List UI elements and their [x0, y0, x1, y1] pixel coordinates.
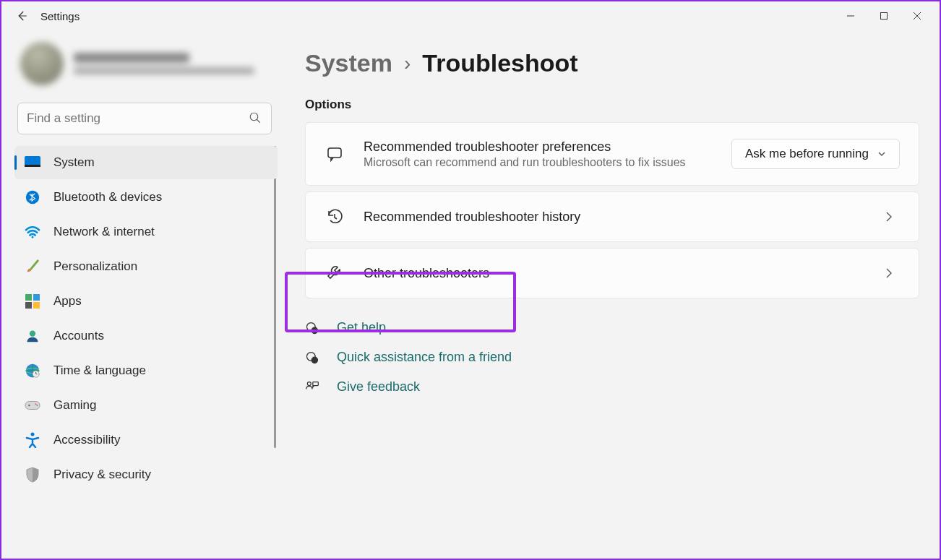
- section-title-options: Options: [305, 98, 919, 112]
- sidebar-item-accessibility[interactable]: Accessibility: [14, 423, 278, 457]
- svg-point-19: [31, 433, 35, 436]
- gamepad-icon: [25, 397, 40, 413]
- user-email: [74, 67, 254, 74]
- svg-point-6: [32, 236, 34, 238]
- sidebar-item-label: Time & language: [53, 363, 146, 378]
- sidebar-item-label: Network & internet: [53, 225, 155, 239]
- sidebar-item-label: System: [53, 155, 95, 170]
- chat-icon: [325, 145, 345, 163]
- shield-icon: [25, 467, 40, 483]
- person-icon: [25, 328, 40, 344]
- sidebar-item-privacy[interactable]: Privacy & security: [14, 458, 278, 491]
- link-text[interactable]: Quick assistance from a friend: [337, 350, 512, 365]
- maximize-button[interactable]: [867, 4, 901, 27]
- search-icon: [249, 111, 262, 124]
- svg-rect-7: [25, 294, 32, 301]
- sidebar-item-accounts[interactable]: Accounts: [14, 319, 278, 353]
- svg-point-18: [37, 405, 38, 406]
- link-text[interactable]: Give feedback: [337, 379, 420, 395]
- sidebar-item-label: Apps: [53, 294, 82, 309]
- sidebar-nav: System Bluetooth & devices Network & int…: [14, 146, 278, 491]
- chevron-right-icon: [885, 212, 900, 222]
- chevron-down-icon: [877, 150, 886, 158]
- search-box[interactable]: [17, 103, 272, 134]
- svg-point-27: [307, 382, 311, 385]
- assist-icon: ?: [305, 350, 321, 365]
- svg-rect-1: [881, 13, 888, 20]
- link-text[interactable]: Get help: [337, 320, 386, 335]
- bluetooth-icon: [25, 189, 40, 205]
- svg-rect-8: [33, 294, 40, 301]
- feedback-icon: [305, 380, 321, 395]
- avatar: [20, 42, 64, 85]
- help-links: ? Get help ? Quick assistance from a fri…: [305, 320, 919, 395]
- sidebar-item-apps[interactable]: Apps: [14, 285, 278, 318]
- sidebar-item-system[interactable]: System: [14, 146, 278, 179]
- svg-point-17: [35, 403, 37, 405]
- system-icon: [25, 155, 40, 171]
- link-get-help[interactable]: ? Get help: [305, 320, 919, 335]
- main-content: System › Troubleshoot Options Recommende…: [283, 30, 940, 559]
- card-title: Recommended troubleshooter preferences: [364, 139, 713, 155]
- card-troubleshooter-preferences: Recommended troubleshooter preferences M…: [305, 122, 919, 186]
- card-title: Other troubleshooters: [364, 266, 867, 281]
- window-title: Settings: [40, 10, 80, 22]
- svg-rect-10: [33, 302, 40, 309]
- card-other-troubleshooters[interactable]: Other troubleshooters: [305, 248, 919, 298]
- back-button[interactable]: [7, 1, 36, 30]
- sidebar-item-bluetooth[interactable]: Bluetooth & devices: [14, 181, 278, 214]
- sidebar-item-network[interactable]: Network & internet: [14, 215, 278, 249]
- sidebar-item-label: Gaming: [53, 398, 97, 413]
- close-button[interactable]: [901, 4, 934, 27]
- sidebar-item-time-language[interactable]: Time & language: [14, 354, 278, 387]
- card-subtitle: Microsoft can recommend and run troubles…: [364, 156, 703, 169]
- sidebar-item-label: Accounts: [53, 329, 104, 343]
- card-troubleshooter-history[interactable]: Recommended troubleshooter history: [305, 191, 919, 242]
- globe-icon: [25, 363, 40, 379]
- svg-rect-9: [25, 302, 32, 309]
- preferences-dropdown[interactable]: Ask me before running: [731, 139, 900, 169]
- svg-point-5: [26, 191, 39, 204]
- svg-rect-20: [328, 148, 341, 158]
- sidebar-item-label: Privacy & security: [53, 468, 151, 482]
- sidebar: System Bluetooth & devices Network & int…: [1, 30, 283, 559]
- svg-point-2: [250, 113, 258, 121]
- minimize-button[interactable]: [834, 4, 867, 27]
- sidebar-item-label: Accessibility: [53, 433, 121, 447]
- svg-rect-4: [25, 165, 40, 167]
- breadcrumb-parent[interactable]: System: [305, 49, 392, 77]
- svg-point-11: [30, 331, 35, 337]
- user-name: [74, 53, 189, 63]
- brush-icon: [25, 259, 40, 275]
- history-icon: [325, 208, 345, 225]
- sidebar-item-gaming[interactable]: Gaming: [14, 389, 278, 422]
- svg-point-16: [28, 405, 30, 406]
- search-input[interactable]: [17, 103, 272, 134]
- wrench-icon: [325, 264, 345, 282]
- svg-rect-28: [313, 382, 319, 385]
- link-give-feedback[interactable]: Give feedback: [305, 379, 919, 395]
- sidebar-item-label: Personalization: [53, 259, 137, 274]
- sidebar-item-label: Bluetooth & devices: [53, 190, 162, 204]
- wifi-icon: [25, 224, 40, 240]
- dropdown-value: Ask me before running: [745, 147, 869, 161]
- accessibility-icon: [25, 432, 40, 448]
- sidebar-item-personalization[interactable]: Personalization: [14, 250, 278, 283]
- help-icon: ?: [305, 321, 321, 335]
- link-quick-assist[interactable]: ? Quick assistance from a friend: [305, 350, 919, 365]
- titlebar: Settings: [1, 1, 940, 30]
- chevron-right-icon: ›: [404, 52, 411, 75]
- chevron-right-icon: [885, 268, 900, 278]
- breadcrumb: System › Troubleshoot: [305, 49, 919, 77]
- apps-icon: [25, 293, 40, 309]
- card-title: Recommended troubleshooter history: [364, 210, 867, 225]
- user-account-header[interactable]: [14, 38, 278, 103]
- breadcrumb-current: Troubleshoot: [422, 49, 577, 77]
